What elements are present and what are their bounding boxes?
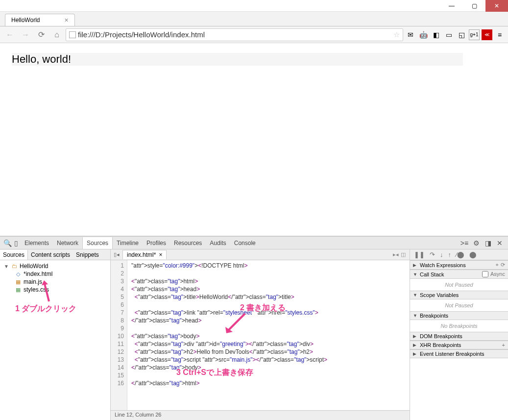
tab-resources[interactable]: Resources [170,237,206,249]
css-file-icon: ▦ [15,286,22,293]
bookmark-star-icon[interactable]: ☆ [393,30,400,39]
xhr-bp-header[interactable]: ▶ XHR Breakpoints + [410,341,508,349]
step-into-icon[interactable]: ↓ [440,251,443,258]
collapse-arrow-icon: ▶ [413,334,418,339]
tab-sources[interactable]: Sources [82,237,113,249]
tree-folder[interactable]: ▼ 🗀 HelloWorld [4,262,106,270]
expand-arrow-icon: ▼ [413,313,418,318]
url-text: file:///D:/Projects/HelloWorld/index.htm… [78,30,205,39]
callstack-title: Call Stack [420,272,444,277]
page-icon [69,31,76,38]
tab-network[interactable]: Network [53,237,82,249]
tab-close-icon[interactable]: × [64,16,68,24]
inspect-icon[interactable]: 🔍 [3,239,12,247]
html-file-icon: ◇ [15,271,22,277]
browser-tab[interactable]: HelloWorld × [5,14,75,26]
tree-file-index[interactable]: ◇ *index.html [4,270,106,278]
tab-audits[interactable]: Audits [206,237,230,249]
ext-icon-3[interactable]: ◱ [456,29,467,40]
expand-arrow-icon: ▼ [413,272,418,277]
scope-body: Not Paused [410,299,508,311]
deactivate-bp-icon[interactable]: ⁄⬤ [456,251,464,258]
dom-bp-title: DOM Breakpoints [420,333,462,339]
file-label: *index.html [24,271,52,277]
add-watch-icon[interactable]: + [496,262,499,268]
devtools-tabs: 🔍 ▯ Elements Network Sources Timeline Pr… [0,237,508,249]
code-editor[interactable]: 12345678910111213141516 "attr">style="co… [111,260,410,410]
run-icon[interactable]: ▸◂ [393,251,399,258]
maximize-button[interactable]: ▢ [463,0,485,12]
tree-file-styles[interactable]: ▦ styles.css [4,286,106,294]
pause-icon[interactable]: ❚❚ [414,251,425,258]
url-input[interactable]: file:///D:/Projects/HelloWorld/index.htm… [66,28,403,41]
editor-tab-label: index.html* [127,251,156,258]
settings-icon[interactable]: ⚙ [472,239,481,247]
editor-tabs: ▯◂ index.html* × ▸◂ ◫ [111,249,410,260]
step-over-icon[interactable]: ↷ [430,251,435,258]
refresh-watch-icon[interactable]: ⟳ [501,262,505,268]
tab-profiles[interactable]: Profiles [143,237,170,249]
tab-timeline[interactable]: Timeline [113,237,143,249]
window-titlebar: — ▢ ✕ [0,0,508,12]
code-area[interactable]: "attr">style="color:#999"><!DOCTYPE html… [127,260,410,410]
folder-icon: 🗀 [11,263,18,270]
event-bp-title: Event Listener Breakpoints [420,351,484,357]
tab-console[interactable]: Console [230,237,260,249]
devtools-close-icon[interactable]: ✕ [495,239,504,247]
device-icon[interactable]: ▯ [12,239,21,247]
async-label: Async [490,271,505,277]
reload-button[interactable]: ⟳ [34,28,48,41]
navigator-tabs: Sources Content scripts Snippets [0,249,110,260]
pause-exceptions-icon[interactable]: ⬤ [469,251,477,258]
ext-icon-red[interactable]: ≪ [482,29,492,40]
format-icon[interactable]: ◫ [401,251,406,258]
breakpoints-header[interactable]: ▼ Breakpoints [410,311,508,320]
line-gutter: 12345678910111213141516 [111,260,127,410]
callstack-header[interactable]: ▼ Call Stack Async [410,270,508,279]
editor-tab-close-icon[interactable]: × [159,251,162,258]
file-label: main.js [24,278,42,285]
collapse-arrow-icon: ▶ [413,351,418,356]
ext-gplus-icon[interactable]: g+1 [469,29,480,40]
drawer-icon[interactable]: >≡ [460,239,469,247]
callstack-body: Not Paused [410,279,508,291]
close-button[interactable]: ✕ [485,0,508,12]
ext-icon-2[interactable]: ▭ [443,29,454,40]
folder-arrow-icon: ▼ [4,264,9,269]
collapse-arrow-icon: ▶ [413,263,418,268]
watch-title: Watch Expressions [420,262,466,268]
async-checkbox[interactable] [482,271,488,277]
dock-icon[interactable]: ◨ [484,239,492,247]
breakpoints-title: Breakpoints [420,313,448,319]
devtools: 🔍 ▯ Elements Network Sources Timeline Pr… [0,236,508,420]
scope-header[interactable]: ▼ Scope Variables [410,291,508,299]
tree-file-mainjs[interactable]: ▦ main.js [4,278,106,286]
event-bp-header[interactable]: ▶ Event Listener Breakpoints [410,349,508,358]
minimize-button[interactable]: — [440,0,463,12]
navtab-content-scripts[interactable]: Content scripts [28,250,73,260]
add-xhr-bp-icon[interactable]: + [502,342,505,348]
url-toolbar: ← → ⟳ ⌂ file:///D:/Projects/HelloWorld/i… [0,26,508,43]
back-button[interactable]: ← [3,28,17,41]
navtab-snippets[interactable]: Snippets [73,250,102,260]
ext-mail-icon[interactable]: ✉ [405,29,416,40]
ext-android-icon[interactable]: 🤖 [418,29,429,40]
tab-elements[interactable]: Elements [21,237,53,249]
forward-button[interactable]: → [19,28,32,41]
home-button[interactable]: ⌂ [50,28,64,41]
browser-tab-title: HelloWorld [11,17,40,24]
step-out-icon[interactable]: ↑ [448,251,452,258]
editor-status: Line 12, Column 26 [111,410,410,420]
debug-panel: ❚❚ ↷ ↓ ↑ ⁄⬤ ⬤ ▶ Watch Expressions +⟳ ▼ C… [410,249,508,420]
file-label: styles.css [24,286,49,293]
dom-bp-header[interactable]: ▶ DOM Breakpoints [410,332,508,341]
navigator-panel: Sources Content scripts Snippets ▼ 🗀 Hel… [0,249,111,420]
navtab-sources[interactable]: Sources [0,250,28,260]
folder-label: HelloWorld [20,263,48,270]
menu-icon[interactable]: ≡ [494,29,505,40]
watch-header[interactable]: ▶ Watch Expressions +⟳ [410,260,508,270]
collapse-nav-icon[interactable]: ▯◂ [114,251,122,258]
editor-tab-index[interactable]: index.html* × [122,250,167,259]
browser-tabstrip: HelloWorld × [0,12,508,26]
ext-icon-1[interactable]: ◧ [431,29,441,40]
